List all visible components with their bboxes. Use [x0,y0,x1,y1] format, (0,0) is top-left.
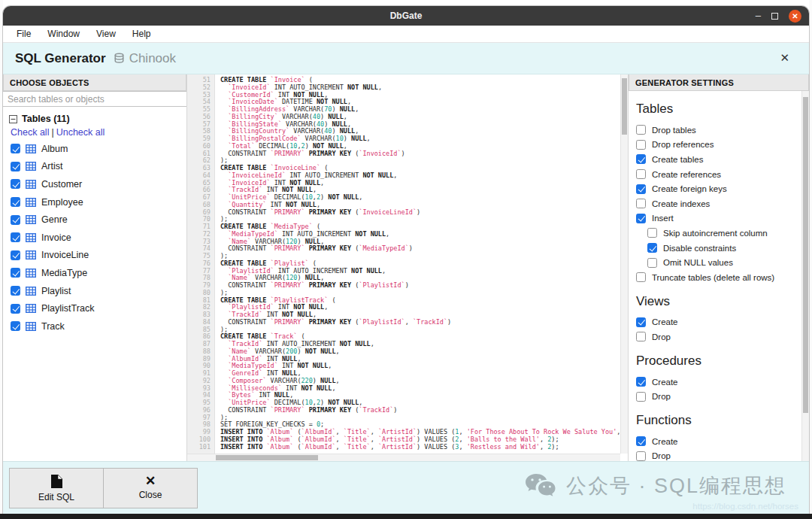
settings-option[interactable]: Create [636,375,795,390]
settings-checkbox[interactable] [636,154,646,164]
settings-checkbox[interactable] [636,140,646,150]
table-icon [26,322,36,331]
table-list-item-invoiceline[interactable]: InvoiceLine [9,247,180,265]
settings-option[interactable]: Create foreign keys [636,181,795,196]
title-bar[interactable]: DbGate – ✕ [3,6,809,26]
settings-option[interactable]: Create references [636,167,795,182]
settings-checkbox[interactable] [636,125,646,135]
maximize-icon[interactable] [771,13,778,20]
collapse-icon[interactable] [9,115,17,123]
table-checkbox[interactable] [11,268,20,278]
choose-objects-panel: CHOOSE OBJECTS Tables (11) Check all|Unc… [3,74,187,461]
table-checkbox[interactable] [11,215,20,225]
editor-horizontal-scrollbar[interactable] [187,454,620,461]
settings-option[interactable]: Create [636,315,795,330]
menu-item-help[interactable]: Help [125,26,159,41]
settings-option[interactable]: Create indexes [636,196,795,211]
table-list-item-invoice[interactable]: Invoice [9,229,180,247]
table-label: MediaType [41,268,87,278]
check-all-link[interactable]: Check all [11,127,49,138]
settings-option[interactable]: Disable constraints [636,241,795,256]
settings-option[interactable]: Create [636,434,795,449]
editor-vertical-scrollbar[interactable] [620,74,628,454]
table-list-item-playlisttrack[interactable]: PlaylistTrack [9,299,180,317]
editor-horizontal-scrollbar-thumb[interactable] [216,455,318,460]
settings-option[interactable]: Truncate tables (delete all rows) [636,270,795,285]
settings-option[interactable]: Insert [636,211,795,226]
dialog-close-icon[interactable]: ✕ [780,51,789,65]
settings-option-label: Drop [652,392,671,401]
table-checkbox[interactable] [11,286,20,296]
settings-option-label: Drop references [652,140,714,149]
settings-section-heading: Tables [636,102,795,117]
editor-vertical-scrollbar-thumb[interactable] [622,78,627,135]
table-checkbox[interactable] [11,197,20,207]
table-icon [26,269,36,278]
settings-option-label: Create foreign keys [652,184,727,193]
table-checkbox[interactable] [11,162,20,171]
table-icon [26,215,36,224]
settings-checkbox[interactable] [636,451,646,461]
settings-option-label: Create [652,317,678,326]
menu-item-file[interactable]: File [9,26,38,41]
settings-option[interactable]: Drop [636,329,795,344]
watermark-text: 公众号 · SQL编程思想 [566,472,786,499]
settings-checkbox[interactable] [636,184,646,194]
menu-item-window[interactable]: Window [40,26,87,41]
table-checkbox[interactable] [11,232,20,242]
settings-checkbox[interactable] [636,317,646,327]
settings-option[interactable]: Drop references [636,138,795,153]
settings-checkbox[interactable] [636,169,646,179]
settings-checkbox[interactable] [636,272,646,282]
settings-option[interactable]: Drop tables [636,123,795,138]
table-icon [26,198,36,207]
table-list-item-artist[interactable]: Artist [9,158,180,176]
settings-option[interactable]: Skip autoincrement column [636,226,795,241]
settings-section-options: Create Drop [636,434,795,461]
settings-vertical-scrollbar-thumb[interactable] [803,97,808,413]
edit-sql-button[interactable]: Edit SQL [9,468,104,508]
settings-checkbox[interactable] [647,258,657,268]
table-checkbox[interactable] [11,179,20,189]
table-checkbox[interactable] [11,144,20,153]
table-list-item-playlist[interactable]: Playlist [9,282,180,300]
settings-option[interactable]: Create tables [636,152,795,167]
table-list-item-track[interactable]: Track [9,317,180,335]
table-list-item-customer[interactable]: Customer [9,175,180,193]
settings-checkbox[interactable] [647,228,657,238]
table-checkbox[interactable] [11,250,20,260]
menu-item-view[interactable]: View [89,26,123,41]
sql-editor[interactable]: 5152535455565758596061626364656667686970… [187,74,628,461]
close-icon: ✕ [145,476,156,487]
settings-option[interactable]: Drop [636,389,795,404]
settings-vertical-scrollbar[interactable] [801,91,809,461]
sql-code[interactable]: CREATE TABLE `Invoice` ( `InvoiceId` INT… [215,74,628,461]
table-list-item-genre[interactable]: Genre [9,211,180,229]
settings-checkbox[interactable] [636,214,646,223]
object-tree: Tables (11) Check all|Uncheck all Album [3,107,186,340]
close-button[interactable]: ✕ Close [103,468,198,508]
settings-section-heading: Functions [636,413,795,428]
settings-checkbox[interactable] [636,377,646,387]
tables-list: Album Artist [9,140,180,335]
minimize-icon[interactable]: – [756,12,761,20]
settings-section-heading: Procedures [636,354,795,369]
settings-checkbox[interactable] [636,332,646,341]
search-input[interactable] [3,91,186,107]
settings-checkbox[interactable] [636,392,646,402]
tables-group-row[interactable]: Tables (11) [9,111,180,126]
close-window-icon[interactable]: ✕ [789,10,801,23]
settings-checkbox[interactable] [636,436,646,446]
settings-option[interactable]: Drop [636,449,795,462]
settings-body: Tables Drop tables Drop references Creat… [629,91,809,461]
table-list-item-album[interactable]: Album [9,140,180,158]
table-list-item-employee[interactable]: Employee [9,193,180,211]
uncheck-all-link[interactable]: Uncheck all [56,127,105,138]
table-list-item-mediatype[interactable]: MediaType [9,264,180,282]
settings-checkbox[interactable] [647,243,657,253]
table-checkbox[interactable] [11,321,20,331]
table-checkbox[interactable] [11,304,20,314]
settings-option[interactable]: Omit NULL values [636,255,795,270]
database-name: Chinook [129,51,176,66]
settings-checkbox[interactable] [636,199,646,208]
